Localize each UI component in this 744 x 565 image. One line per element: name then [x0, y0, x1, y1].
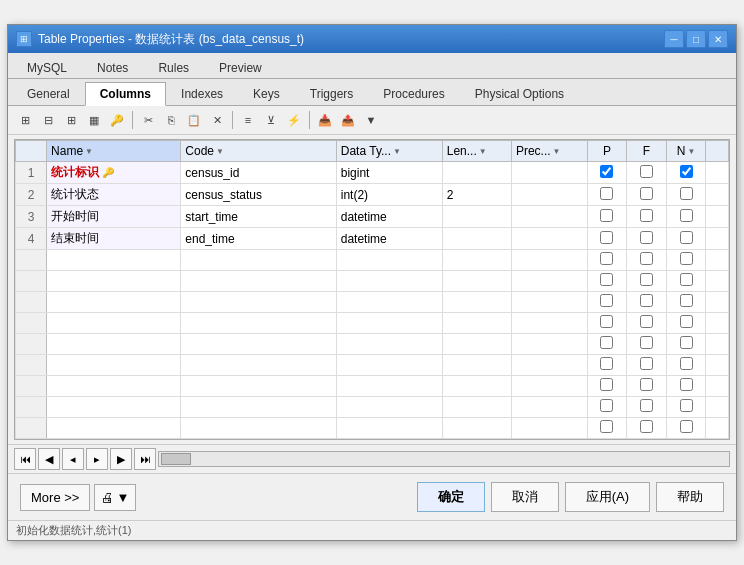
- len-cell-4[interactable]: [442, 228, 511, 250]
- p-checkbox-1[interactable]: [600, 165, 613, 178]
- nav-first-button[interactable]: ⏮: [14, 448, 36, 470]
- more-toolbar-button[interactable]: ▼: [360, 109, 382, 131]
- tab-general[interactable]: General: [12, 82, 85, 106]
- len-cell-3[interactable]: [442, 206, 511, 228]
- datatype-cell-1[interactable]: bigint: [336, 162, 442, 184]
- prec-cell-2[interactable]: [511, 184, 587, 206]
- tab-indexes[interactable]: Indexes: [166, 82, 238, 106]
- code-cell-3[interactable]: start_time: [181, 206, 336, 228]
- n-checkbox-4[interactable]: [680, 231, 693, 244]
- prec-cell-3[interactable]: [511, 206, 587, 228]
- n-checkbox-e2[interactable]: [680, 273, 693, 286]
- name-cell-4[interactable]: 结束时间: [47, 228, 181, 250]
- col-header-name[interactable]: Name▼: [47, 141, 181, 162]
- n-checkbox-3[interactable]: [680, 209, 693, 222]
- tab-triggers[interactable]: Triggers: [295, 82, 369, 106]
- insert-button[interactable]: ⊞: [60, 109, 82, 131]
- print-button[interactable]: 🖨 ▼: [94, 484, 136, 511]
- minimize-button[interactable]: ─: [664, 30, 684, 48]
- f-checkbox-e3[interactable]: [640, 294, 653, 307]
- f-checkbox-e1[interactable]: [640, 252, 653, 265]
- code-cell-2[interactable]: census_status: [181, 184, 336, 206]
- mandatory-button[interactable]: ⚡: [283, 109, 305, 131]
- n-checkbox-e9[interactable]: [680, 420, 693, 433]
- nav-next-small-button[interactable]: ▸: [86, 448, 108, 470]
- col-header-n[interactable]: N▼: [666, 141, 706, 162]
- p-cell-2[interactable]: [587, 184, 627, 206]
- n-checkbox-2[interactable]: [680, 187, 693, 200]
- f-cell-3[interactable]: [627, 206, 667, 228]
- nav-last-button[interactable]: ⏭: [134, 448, 156, 470]
- name-cell-3[interactable]: 开始时间: [47, 206, 181, 228]
- n-cell-2[interactable]: [666, 184, 706, 206]
- tab-rules[interactable]: Rules: [143, 56, 204, 79]
- p-checkbox-e4[interactable]: [600, 315, 613, 328]
- col-header-prec[interactable]: Prec...▼: [511, 141, 587, 162]
- cancel-button[interactable]: 取消: [491, 482, 559, 512]
- p-cell-1[interactable]: [587, 162, 627, 184]
- maximize-button[interactable]: □: [686, 30, 706, 48]
- len-cell-1[interactable]: [442, 162, 511, 184]
- p-checkbox-e2[interactable]: [600, 273, 613, 286]
- tab-keys[interactable]: Keys: [238, 82, 295, 106]
- n-checkbox-e5[interactable]: [680, 336, 693, 349]
- cut-button[interactable]: ✂: [137, 109, 159, 131]
- tab-preview[interactable]: Preview: [204, 56, 277, 79]
- col-header-datatype[interactable]: Data Ty...▼: [336, 141, 442, 162]
- delete-button[interactable]: ✕: [206, 109, 228, 131]
- p-checkbox-e7[interactable]: [600, 378, 613, 391]
- name-cell-1[interactable]: 统计标识 🔑: [47, 162, 181, 184]
- filter-button[interactable]: ⊻: [260, 109, 282, 131]
- horizontal-scrollbar[interactable]: [158, 451, 730, 467]
- remove-column-button[interactable]: ⊟: [37, 109, 59, 131]
- f-cell-1[interactable]: [627, 162, 667, 184]
- p-checkbox-e6[interactable]: [600, 357, 613, 370]
- code-cell-4[interactable]: end_time: [181, 228, 336, 250]
- n-cell-4[interactable]: [666, 228, 706, 250]
- nav-prev-button[interactable]: ◀: [38, 448, 60, 470]
- tab-procedures[interactable]: Procedures: [368, 82, 459, 106]
- datatype-cell-2[interactable]: int(2): [336, 184, 442, 206]
- f-cell-4[interactable]: [627, 228, 667, 250]
- f-checkbox-e7[interactable]: [640, 378, 653, 391]
- p-checkbox-3[interactable]: [600, 209, 613, 222]
- tab-mysql[interactable]: MySQL: [12, 56, 82, 79]
- confirm-button[interactable]: 确定: [417, 482, 485, 512]
- n-checkbox-1[interactable]: [680, 165, 693, 178]
- p-checkbox-2[interactable]: [600, 187, 613, 200]
- f-checkbox-e6[interactable]: [640, 357, 653, 370]
- col-header-code[interactable]: Code▼: [181, 141, 336, 162]
- nav-next-button[interactable]: ▶: [110, 448, 132, 470]
- f-cell-2[interactable]: [627, 184, 667, 206]
- n-checkbox-e8[interactable]: [680, 399, 693, 412]
- p-checkbox-e8[interactable]: [600, 399, 613, 412]
- tab-physical-options[interactable]: Physical Options: [460, 82, 579, 106]
- n-checkbox-e4[interactable]: [680, 315, 693, 328]
- f-checkbox-3[interactable]: [640, 209, 653, 222]
- p-cell-3[interactable]: [587, 206, 627, 228]
- add-column-button[interactable]: ⊞: [14, 109, 36, 131]
- apply-button[interactable]: 应用(A): [565, 482, 650, 512]
- tab-columns[interactable]: Columns: [85, 82, 166, 106]
- p-checkbox-e5[interactable]: [600, 336, 613, 349]
- p-cell-4[interactable]: [587, 228, 627, 250]
- n-cell-1[interactable]: [666, 162, 706, 184]
- prec-cell-1[interactable]: [511, 162, 587, 184]
- f-checkbox-2[interactable]: [640, 187, 653, 200]
- f-checkbox-e4[interactable]: [640, 315, 653, 328]
- p-checkbox-e3[interactable]: [600, 294, 613, 307]
- n-checkbox-e7[interactable]: [680, 378, 693, 391]
- help-button[interactable]: 帮助: [656, 482, 724, 512]
- properties-button[interactable]: ▦: [83, 109, 105, 131]
- f-checkbox-1[interactable]: [640, 165, 653, 178]
- n-checkbox-e1[interactable]: [680, 252, 693, 265]
- len-cell-2[interactable]: 2: [442, 184, 511, 206]
- nav-prev-small-button[interactable]: ◂: [62, 448, 84, 470]
- p-checkbox-e9[interactable]: [600, 420, 613, 433]
- f-checkbox-4[interactable]: [640, 231, 653, 244]
- f-checkbox-e8[interactable]: [640, 399, 653, 412]
- n-checkbox-e6[interactable]: [680, 357, 693, 370]
- scrollbar-thumb[interactable]: [161, 453, 191, 465]
- f-checkbox-e2[interactable]: [640, 273, 653, 286]
- n-checkbox-e3[interactable]: [680, 294, 693, 307]
